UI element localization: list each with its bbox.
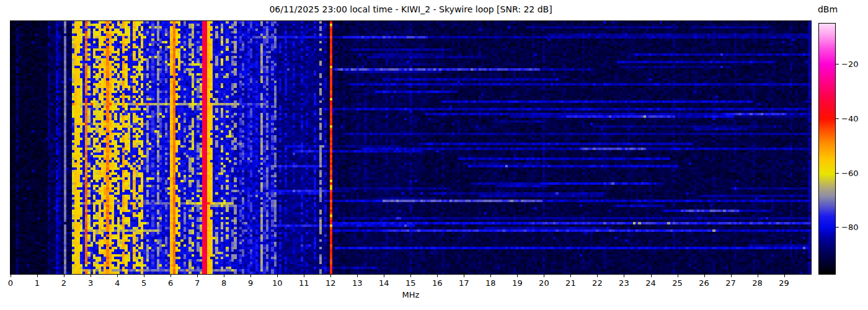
x-tick-label: 15 bbox=[405, 278, 416, 288]
x-tick-mark bbox=[64, 275, 64, 277]
x-tick-label: 19 bbox=[512, 278, 523, 288]
x-tick-mark bbox=[731, 275, 732, 277]
x-tick-mark bbox=[410, 275, 411, 277]
colorbar-tick-label: −80 bbox=[841, 223, 858, 232]
x-tick-label: 5 bbox=[141, 278, 146, 288]
x-tick-label: 3 bbox=[88, 278, 93, 288]
x-tick-mark bbox=[91, 275, 91, 277]
x-tick-mark bbox=[197, 275, 198, 277]
spectrogram-plot bbox=[10, 20, 812, 275]
x-tick-mark bbox=[144, 275, 144, 277]
x-tick-label: 27 bbox=[725, 278, 736, 288]
colorbar-title: dBm bbox=[810, 4, 846, 14]
colorbar-tick-mark bbox=[836, 64, 839, 64]
x-tick-label: 14 bbox=[379, 278, 389, 288]
x-tick-mark bbox=[624, 275, 624, 277]
x-tick-mark bbox=[597, 275, 598, 277]
x-tick-mark bbox=[357, 275, 358, 277]
x-tick-label: 11 bbox=[299, 278, 309, 288]
x-tick-mark bbox=[170, 275, 171, 277]
x-tick-mark bbox=[384, 275, 384, 277]
x-tick-label: 9 bbox=[248, 278, 253, 288]
x-tick-mark bbox=[490, 275, 491, 277]
chart-title: 06/11/2025 23:00 local time - KIWI_2 - S… bbox=[11, 4, 811, 14]
x-tick-mark bbox=[758, 275, 758, 277]
colorbar-tick-mark bbox=[836, 118, 839, 119]
colorbar-tick-label: −20 bbox=[841, 59, 858, 68]
x-tick-label: 2 bbox=[61, 278, 66, 288]
x-axis: 0123456789101112131415161718192021222324… bbox=[11, 275, 811, 288]
colorbar-tick-mark bbox=[836, 173, 839, 174]
colorbar-tick-mark bbox=[836, 227, 839, 228]
x-tick-mark bbox=[517, 275, 518, 277]
colorbar-tick-label: −60 bbox=[841, 168, 858, 177]
x-tick-label: 12 bbox=[326, 278, 336, 288]
x-tick-label: 18 bbox=[485, 278, 496, 288]
x-tick-mark bbox=[277, 275, 278, 277]
x-tick-label: 29 bbox=[779, 278, 789, 288]
x-tick-mark bbox=[651, 275, 652, 277]
x-tick-label: 22 bbox=[592, 278, 603, 288]
x-tick-label: 21 bbox=[565, 278, 576, 288]
x-tick-label: 20 bbox=[539, 278, 549, 288]
x-tick-label: 25 bbox=[672, 278, 683, 288]
x-tick-mark bbox=[37, 275, 38, 277]
x-tick-mark bbox=[544, 275, 544, 277]
x-tick-label: 0 bbox=[8, 278, 13, 288]
x-tick-mark bbox=[11, 275, 11, 277]
x-tick-mark bbox=[330, 275, 331, 277]
x-tick-label: 10 bbox=[272, 278, 283, 288]
x-tick-mark bbox=[704, 275, 705, 277]
x-tick-label: 23 bbox=[619, 278, 629, 288]
colorbar-ticks: −20−40−60−80 bbox=[836, 23, 868, 275]
x-tick-mark bbox=[224, 275, 224, 277]
x-tick-mark bbox=[117, 275, 118, 277]
colorbar-tick-label: −40 bbox=[841, 113, 858, 123]
x-tick-mark bbox=[304, 275, 304, 277]
x-tick-label: 24 bbox=[645, 278, 656, 288]
x-axis-label: MHz bbox=[11, 290, 811, 299]
x-tick-label: 1 bbox=[35, 278, 40, 288]
x-tick-label: 8 bbox=[221, 278, 226, 288]
x-tick-label: 26 bbox=[699, 278, 709, 288]
x-tick-mark bbox=[678, 275, 678, 277]
x-tick-label: 16 bbox=[432, 278, 443, 288]
spectrogram-canvas bbox=[11, 21, 811, 274]
x-tick-label: 17 bbox=[459, 278, 469, 288]
x-tick-mark bbox=[570, 275, 571, 277]
x-tick-mark bbox=[250, 275, 251, 277]
x-tick-mark bbox=[784, 275, 785, 277]
x-tick-label: 7 bbox=[195, 278, 200, 288]
x-tick-mark bbox=[437, 275, 438, 277]
x-tick-label: 6 bbox=[168, 278, 173, 288]
x-tick-mark bbox=[464, 275, 464, 277]
x-tick-label: 28 bbox=[752, 278, 763, 288]
x-tick-label: 13 bbox=[352, 278, 363, 288]
spectrogram-figure: 06/11/2025 23:00 local time - KIWI_2 - S… bbox=[0, 0, 868, 310]
x-tick-label: 4 bbox=[115, 278, 120, 288]
colorbar bbox=[818, 23, 836, 275]
